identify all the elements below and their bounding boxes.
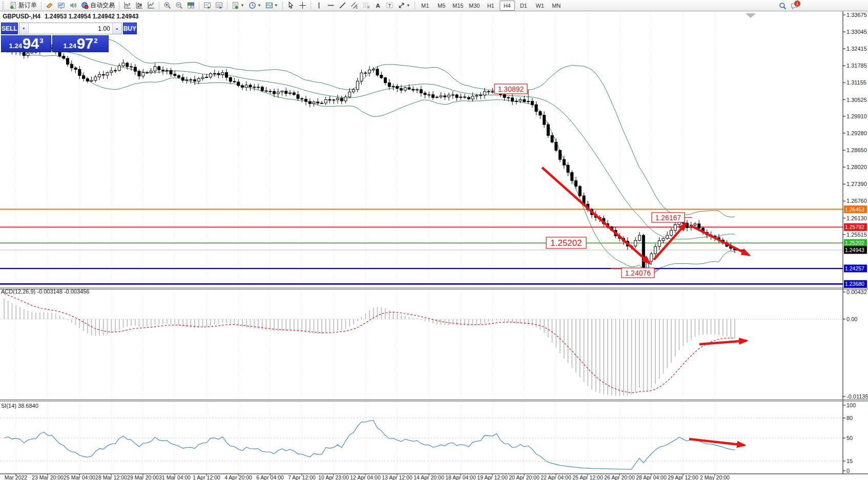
arrows-icon bbox=[398, 2, 405, 9]
price-axis-label: 1.32415 bbox=[846, 46, 867, 52]
toolbar-separator bbox=[199, 2, 199, 10]
vline-icon bbox=[315, 2, 323, 9]
volume-decrease-button[interactable]: ▼ bbox=[19, 23, 28, 34]
price-badge-label: 1.25792 bbox=[845, 224, 864, 230]
volume-increase-button[interactable]: ▲ bbox=[113, 23, 121, 34]
price-annotation-label: 1.24076 bbox=[625, 269, 651, 277]
timeframe-m5[interactable]: M5 bbox=[434, 1, 449, 11]
toolbar-button-arrows-tool[interactable]: ▼ bbox=[396, 0, 412, 11]
tile-windows-icon bbox=[187, 2, 195, 9]
hline-icon bbox=[327, 2, 335, 9]
sound-icon bbox=[69, 2, 77, 9]
toolbar-button-candle-chart-mode[interactable] bbox=[134, 0, 144, 11]
time-axis-label: 29 Mar 20:00 bbox=[127, 474, 159, 480]
toolbar-button-horizontal-line-tool[interactable] bbox=[325, 0, 336, 11]
timeframe-h4[interactable]: H4 bbox=[500, 1, 515, 11]
time-axis-label: 6 Apr 04:00 bbox=[256, 474, 284, 480]
price-axis-label: 1.26130 bbox=[846, 215, 867, 221]
toolbar-button-trendline-tool[interactable] bbox=[337, 0, 348, 11]
volume-input[interactable] bbox=[28, 23, 113, 34]
macd-axis-label: 0.00 bbox=[846, 316, 857, 322]
toolbar-button-periods[interactable]: ▼ bbox=[247, 0, 263, 11]
chevron-down-icon[interactable]: ▼ bbox=[257, 3, 261, 8]
price-badge-label: 1.26453 bbox=[845, 206, 864, 213]
toolbar-button-templates[interactable]: ▼ bbox=[230, 0, 246, 11]
toolbar-button-auto-trading[interactable]: 自动交易 bbox=[79, 0, 116, 11]
chevron-down-icon[interactable]: ▼ bbox=[406, 3, 410, 8]
toolbar-button-label: 新订单 bbox=[18, 1, 37, 10]
cursor-icon bbox=[287, 2, 295, 9]
timeframe-mn[interactable]: MN bbox=[549, 1, 564, 11]
time-axis-label: 22 Apr 04:00 bbox=[541, 474, 571, 480]
fibo-icon: F bbox=[362, 2, 370, 9]
buy-button[interactable]: BUY bbox=[123, 23, 137, 34]
toolbar-button-chart-style[interactable]: ▼ bbox=[264, 0, 280, 11]
price-axis-label: 1.33675 bbox=[846, 12, 867, 18]
time-axis-label: 14 Apr 20:00 bbox=[414, 474, 444, 480]
toolbar-button-vertical-line-tool[interactable] bbox=[314, 0, 324, 11]
toolbar-button-tile-windows[interactable] bbox=[185, 0, 196, 11]
price-axis-label: 1.27390 bbox=[846, 181, 867, 187]
trendline-icon bbox=[339, 2, 346, 9]
toolbar-button-market-watch[interactable] bbox=[56, 0, 67, 11]
time-axis-label: 19 Apr 12:00 bbox=[477, 474, 508, 480]
chart-svg: Mar 202223 Mar 20:0025 Mar 04:0028 Mar 1… bbox=[0, 0, 868, 480]
autotrade-icon bbox=[81, 2, 89, 9]
rsi-axis-label: 100 bbox=[846, 402, 856, 408]
timeframe-w1[interactable]: W1 bbox=[532, 1, 548, 11]
time-axis-label: 10 Apr 23:00 bbox=[318, 474, 349, 480]
timeframe-h1[interactable]: H1 bbox=[483, 1, 499, 11]
toolbar-button-profiles[interactable] bbox=[214, 0, 224, 11]
buy-price-display[interactable]: 1.24972 bbox=[52, 35, 109, 52]
sell-price-display[interactable]: 1.24943 bbox=[1, 35, 51, 52]
toolbar-button-new-order[interactable]: 新订单 bbox=[8, 0, 38, 11]
rsi-axis-label: 0 bbox=[846, 468, 850, 474]
price-annotation-label: 1.25202 bbox=[550, 238, 582, 248]
toolbar-button-new-chart[interactable] bbox=[202, 0, 213, 11]
volume-stepper: ▼ ▲ bbox=[19, 23, 122, 34]
time-axis-label: 13 Apr 12:00 bbox=[382, 474, 412, 480]
sell-price-big: 94 bbox=[23, 36, 39, 51]
toolbar-button-text-tool[interactable]: A bbox=[373, 0, 383, 11]
toolbar-separator bbox=[41, 2, 42, 10]
toolbar-separator bbox=[159, 2, 159, 10]
price-axis-label: 1.30525 bbox=[846, 97, 867, 103]
chat-button[interactable]: 1 bbox=[789, 1, 800, 11]
crosshair-icon bbox=[299, 2, 306, 9]
toolbar-button-crosshair-tool[interactable] bbox=[297, 0, 308, 11]
toolbar-button-text-label-tool[interactable]: T bbox=[384, 0, 395, 11]
svg-text:F: F bbox=[367, 6, 369, 9]
search-button[interactable] bbox=[777, 1, 788, 11]
price-axis-label: 1.31785 bbox=[846, 62, 867, 69]
toolbar-button-zoom-out[interactable] bbox=[174, 0, 184, 11]
time-axis: Mar 202223 Mar 20:0025 Mar 04:0028 Mar 1… bbox=[5, 474, 730, 480]
sell-button[interactable]: SELL bbox=[1, 23, 18, 34]
buy-price-big: 97 bbox=[77, 36, 93, 51]
template-icon bbox=[232, 2, 239, 9]
toolbar-button-alerts[interactable] bbox=[68, 0, 78, 11]
toolbar-button-equidistant-channel-tool[interactable]: E bbox=[349, 0, 360, 11]
chevron-down-icon[interactable]: ▼ bbox=[240, 3, 244, 8]
toolbar-button-zoom-in[interactable] bbox=[162, 0, 173, 11]
toolbar-button-bar-chart-mode[interactable] bbox=[122, 0, 133, 11]
chevron-down-icon[interactable]: ▼ bbox=[274, 3, 278, 8]
price-badge-label: 1.24257 bbox=[845, 265, 864, 272]
channel-icon: E bbox=[350, 2, 358, 9]
toolbar-button-styles[interactable] bbox=[44, 0, 55, 11]
price-axis: 1.336751.330451.324151.317851.311551.305… bbox=[843, 11, 868, 474]
time-axis-label: 25 Mar 04:00 bbox=[64, 474, 95, 480]
timeframe-m1[interactable]: M1 bbox=[418, 1, 433, 11]
toolbar-button-fibonacci-tool[interactable]: F bbox=[361, 0, 371, 11]
toolbar-button-cursor-tool[interactable] bbox=[285, 0, 296, 11]
macd-axis-label: -0.01135 bbox=[846, 393, 868, 400]
sell-price-sup: 3 bbox=[39, 37, 43, 45]
toolbar-button-line-chart-mode[interactable] bbox=[146, 0, 156, 11]
chart-ohlc-readout: GBPUSD-,H41.24953 1.24954 1.24942 1.2494… bbox=[3, 13, 139, 20]
label-icon: T bbox=[386, 2, 394, 9]
price-annotation-label: 1.30892 bbox=[498, 85, 524, 93]
price-badge-label: 1.23680 bbox=[845, 281, 864, 287]
timeframe-m15[interactable]: M15 bbox=[450, 1, 466, 11]
timeframe-d1[interactable]: D1 bbox=[516, 1, 531, 11]
timeframe-m30[interactable]: M30 bbox=[467, 1, 482, 11]
price-annotation-label: 1.26167 bbox=[655, 214, 681, 222]
